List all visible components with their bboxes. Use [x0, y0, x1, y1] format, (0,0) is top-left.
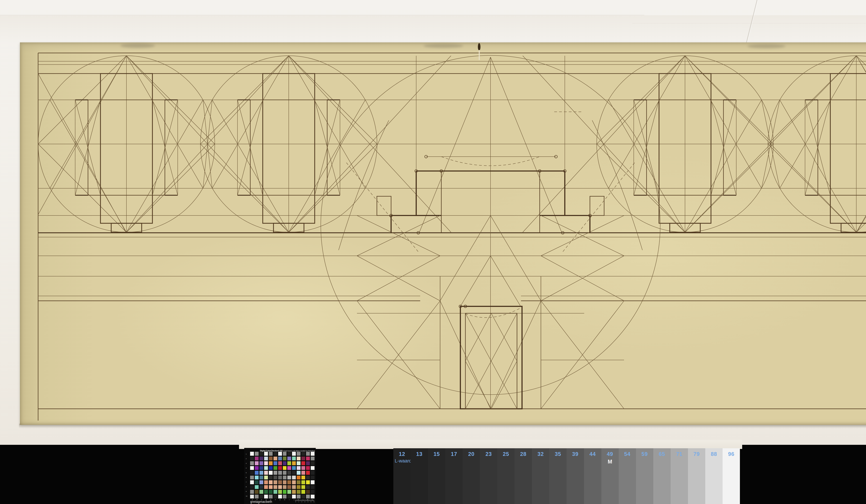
- checker-patch: [301, 490, 305, 494]
- checker-patch: [311, 476, 314, 480]
- colorchecker-row-labels: 12345678910: [246, 452, 247, 499]
- checker-patch: [283, 457, 287, 460]
- checker-patch: [297, 466, 300, 470]
- checker-patch: [292, 466, 296, 470]
- checker-patch: [278, 485, 282, 489]
- checker-patch: [283, 485, 287, 489]
- checker-patch: [259, 452, 263, 456]
- checker-patch: [269, 452, 273, 456]
- checker-patch: [259, 461, 263, 465]
- wedge-value: 71: [670, 451, 688, 457]
- checker-patch: [250, 471, 254, 475]
- checker-patch: [306, 495, 310, 499]
- checker-patch: [292, 480, 296, 484]
- checker-patch: [301, 480, 305, 484]
- checker-patch: [250, 461, 254, 465]
- checker-row-label: 9: [246, 491, 247, 492]
- ruler-number: 0: [295, 501, 296, 502]
- checker-patch: [301, 476, 305, 480]
- checker-row-label: 7: [246, 481, 247, 483]
- wedge-patch: 17: [445, 448, 463, 504]
- checker-patch: [264, 471, 268, 475]
- checker-patch: [311, 452, 314, 456]
- wedge-marker: M: [601, 459, 619, 465]
- wedge-patch: 79: [688, 448, 705, 504]
- wedge-value: 54: [619, 451, 636, 457]
- digitized-artwork-photograph: { "artwork": { "description": "geometric…: [0, 0, 866, 504]
- checker-patch: [297, 485, 300, 489]
- wedge-patch: 15: [428, 448, 445, 504]
- wedge-value: 28: [514, 451, 532, 457]
- checker-col-label: H: [282, 499, 287, 501]
- checker-patch: [292, 461, 296, 465]
- wedge-patch: 88: [705, 448, 723, 504]
- checker-patch: [292, 471, 296, 475]
- checker-row-label: 2: [246, 458, 247, 459]
- checker-col-label: I: [287, 499, 292, 501]
- checker-patch: [250, 452, 254, 456]
- checker-patch: [264, 476, 268, 480]
- checker-patch: [311, 457, 314, 460]
- central-pylon: [338, 56, 642, 409]
- checker-patch: [255, 457, 258, 460]
- ruler-number: 2: [301, 501, 302, 502]
- checker-patch: [255, 471, 258, 475]
- checker-patch: [306, 466, 310, 470]
- checker-row-label: 3: [246, 463, 247, 464]
- checker-patch: [287, 471, 291, 475]
- geometric-line-drawing: [20, 43, 866, 425]
- checker-patch: [264, 495, 268, 499]
- wedge-patch: 59: [636, 448, 653, 504]
- colorchecker-ruler: 0123456: [295, 500, 314, 503]
- colorchecker-brand: gretagmacbeth: [250, 500, 272, 504]
- checker-patch: [274, 495, 277, 499]
- checker-patch: [278, 471, 282, 475]
- checker-patch: [269, 471, 273, 475]
- checker-patch: [250, 495, 254, 499]
- checker-patch: [301, 485, 305, 489]
- drawing-panel: [20, 43, 866, 425]
- checker-patch: [311, 495, 314, 499]
- checker-patch: [283, 476, 287, 480]
- checker-patch: [283, 480, 287, 484]
- checker-patch: [287, 466, 291, 470]
- ruler-number: 4: [308, 501, 308, 502]
- checker-patch: [301, 495, 305, 499]
- checker-patch: [269, 461, 273, 465]
- checker-patch: [255, 476, 258, 480]
- checker-patch: [274, 457, 277, 460]
- checker-patch: [250, 476, 254, 480]
- checker-patch: [259, 480, 263, 484]
- wedge-patch: 25: [497, 448, 514, 504]
- checker-patch: [264, 485, 268, 489]
- wedge-value: 59: [636, 451, 653, 457]
- checker-patch: [250, 485, 254, 489]
- checker-patch: [264, 457, 268, 460]
- wedge-patch: 49M: [601, 448, 619, 504]
- colorchecker-title-rest: Actual Source LAB Values rounded via Pho…: [283, 450, 315, 452]
- checker-patch: [255, 495, 258, 499]
- paper-tongue: [239, 440, 742, 449]
- checker-patch: [283, 461, 287, 465]
- checker-patch: [255, 490, 258, 494]
- checker-patch: [306, 471, 310, 475]
- checker-patch: [301, 452, 305, 456]
- checker-patch: [283, 471, 287, 475]
- checker-patch: [278, 452, 282, 456]
- checker-patch: [250, 466, 254, 470]
- checker-patch: [292, 476, 296, 480]
- checker-patch: [287, 457, 291, 460]
- checker-patch: [274, 485, 277, 489]
- wedge-patch: 96: [723, 448, 740, 504]
- wedge-patch: 54: [619, 448, 636, 504]
- checker-patch: [301, 457, 305, 460]
- wedge-patch: 20: [463, 448, 480, 504]
- checker-row-label: 6: [246, 477, 247, 478]
- wedge-value: 79: [688, 451, 705, 457]
- colorchecker-patch-grid: [250, 452, 314, 499]
- checker-patch: [306, 461, 310, 465]
- wedge-value: 17: [445, 451, 463, 457]
- checker-patch: [274, 480, 277, 484]
- checker-patch: [255, 452, 258, 456]
- checker-patch: [311, 466, 314, 470]
